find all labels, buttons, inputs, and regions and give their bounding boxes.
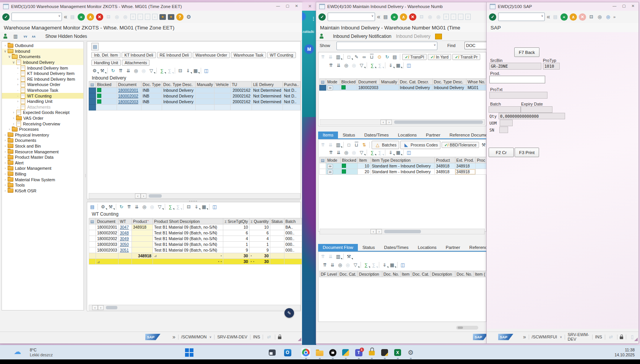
choose-icon[interactable] [107, 203, 114, 210]
tree-item[interactable]: ·Attachments [2, 104, 84, 110]
doc-switch-inactive[interactable]: Inbound Delivery [396, 34, 430, 39]
find-icon[interactable] [596, 13, 603, 20]
node-button[interactable]: Attachments [122, 60, 149, 66]
page-up-icon[interactable]: ↑ [138, 14, 143, 20]
page-up-icon[interactable]: ↑ [451, 14, 456, 20]
column-header[interactable]: Product Short Description [153, 218, 223, 224]
qty-field[interactable]: 0,00000000000000 [499, 113, 565, 119]
tree-item[interactable]: ›VAS Order [2, 115, 84, 121]
tree-item[interactable]: ›Billing [2, 171, 84, 177]
node-button[interactable]: KT Inbound Deli [122, 52, 156, 58]
window-titlebar[interactable]: EWD(1)/100 Warehouse Management Monitor … [0, 2, 302, 11]
table-settings-icon[interactable] [91, 43, 99, 50]
column-header[interactable] [320, 157, 326, 163]
collapse-icon[interactable]: ∨ [7, 55, 11, 58]
taskbar-item-settings[interactable] [406, 348, 415, 357]
document-link[interactable]: 180002003 [118, 99, 138, 104]
refresh-icon[interactable] [110, 67, 116, 74]
tree-item[interactable]: ·Warehouse Task [2, 88, 84, 93]
sum-icon[interactable] [167, 203, 174, 210]
print-icon[interactable] [588, 13, 595, 20]
choose-icon[interactable] [99, 67, 106, 74]
taskbar-item-app[interactable] [341, 348, 350, 357]
up-icon[interactable] [320, 54, 326, 60]
page-down-icon[interactable]: ↓ [145, 14, 150, 20]
expand-icon[interactable]: › [16, 66, 20, 70]
select-all-icon[interactable] [321, 158, 325, 162]
expand-icon[interactable]: › [3, 183, 7, 187]
collapse-icon[interactable]: ∨ [3, 49, 7, 53]
node-button[interactable]: Warehouse Order [193, 52, 230, 58]
filter-icon[interactable] [148, 67, 154, 74]
show-hidden-nodes-button[interactable]: Show Hidden Nodes [45, 34, 87, 39]
find-icon[interactable] [133, 67, 139, 74]
table-row[interactable]: 1800020023049Test B1 Material 09 (Batch,… [89, 236, 302, 242]
sum-icon[interactable] [363, 262, 369, 268]
action-button[interactable]: ✓/Transit Pr [452, 54, 480, 60]
column-header[interactable]: TU [231, 81, 252, 88]
expand-icon[interactable]: › [3, 178, 7, 182]
column-header[interactable]: Purcha.. [283, 81, 300, 88]
collapse-toolbar-icon[interactable]: « [547, 14, 550, 20]
expand-icon[interactable]: › [3, 189, 7, 193]
column-header[interactable]: Manually [380, 79, 398, 85]
command-field[interactable] [328, 13, 375, 21]
avatar-partial[interactable] [302, 12, 306, 21]
chevron-down-icon[interactable]: ∨ [209, 335, 211, 339]
column-header[interactable]: Description [430, 271, 455, 277]
cancel-icon[interactable] [409, 13, 416, 21]
back-icon[interactable] [78, 13, 85, 21]
export-icon[interactable] [381, 262, 388, 268]
button-icon[interactable] [374, 141, 381, 148]
column-header[interactable]: Doc. Type Desc. [162, 81, 196, 88]
back-icon[interactable] [391, 13, 398, 21]
minimize-icon[interactable]: — [612, 4, 616, 8]
close-icon[interactable]: ✕ [632, 4, 635, 8]
enter-icon[interactable] [318, 13, 326, 21]
enter-icon[interactable] [2, 13, 10, 21]
subtotal-icon[interactable] [377, 62, 383, 69]
tab-reference-documen[interactable]: Reference Documen [445, 132, 487, 138]
layout-icon[interactable] [335, 141, 341, 148]
scroll-thumb[interactable] [149, 194, 162, 198]
tab-items[interactable]: Items [318, 132, 338, 138]
views-icon[interactable] [192, 67, 199, 74]
page-last-icon[interactable]: ⇓ [465, 14, 471, 20]
up-icon[interactable] [320, 253, 326, 260]
row-select-cell[interactable] [89, 224, 96, 230]
column-header[interactable]: Proc [476, 157, 487, 163]
sort-asc-icon[interactable] [322, 262, 328, 268]
enter-icon[interactable] [489, 13, 496, 21]
column-header[interactable]: Batch [284, 218, 302, 224]
table-row[interactable]: 1800020033050Test B1 Material 09 (Batch,… [89, 242, 302, 247]
expand-icon[interactable]: › [16, 83, 20, 86]
protyp-field[interactable]: 1010 [543, 63, 560, 70]
expand-icon[interactable]: › [3, 161, 7, 165]
collapse-toolbar-icon[interactable]: « [377, 14, 380, 20]
column-header[interactable]: Item [400, 271, 411, 277]
user-icon[interactable] [3, 34, 8, 39]
new-session-icon[interactable] [159, 14, 166, 20]
column-header[interactable]: LE Delivery [252, 81, 283, 88]
edit-fab[interactable] [284, 308, 294, 318]
column-header[interactable]: WT [119, 218, 132, 224]
expand-icon[interactable]: › [11, 110, 16, 114]
cancel-icon[interactable] [96, 13, 103, 21]
column-header[interactable]: Mode [326, 79, 340, 85]
refresh-icon[interactable] [118, 203, 125, 210]
print-icon[interactable] [177, 67, 184, 74]
table-row[interactable]: ∞10Standard Item - Inbound Delivery34891… [320, 163, 487, 169]
weather-condition[interactable]: Lekki deszcz [30, 353, 53, 357]
sort-desc-icon[interactable] [335, 62, 342, 69]
save-icon[interactable] [69, 13, 76, 20]
sort-asc-icon[interactable] [328, 149, 334, 156]
cell-ext-prod[interactable]: 348918 [455, 163, 476, 169]
row-select-cell[interactable] [89, 247, 96, 253]
document-link[interactable]: 180002002 [118, 94, 138, 98]
wt-link[interactable]: 3047 [120, 225, 128, 229]
node-button[interactable]: WT Counting [267, 52, 296, 58]
prod-input[interactable] [489, 76, 545, 83]
display-icon[interactable] [361, 54, 367, 60]
unlock-icon[interactable] [376, 54, 383, 60]
tree-item[interactable]: ›Receiving Overview [2, 121, 84, 127]
